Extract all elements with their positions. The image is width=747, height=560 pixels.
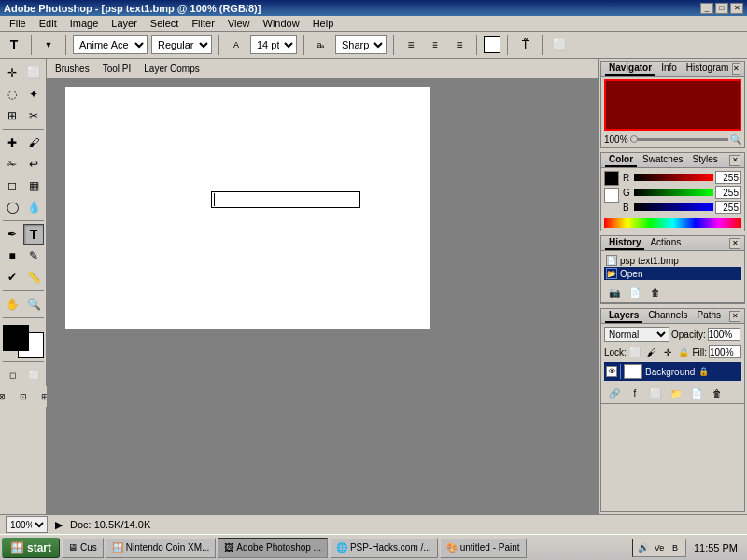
g-value[interactable] [715,186,741,199]
align-right-btn[interactable]: ≡ [449,35,470,55]
color-indicator[interactable] [3,325,44,358]
paths-tab[interactable]: Paths [694,309,726,323]
magic-wand-tool[interactable]: ✦ [23,84,44,105]
add-style-btn[interactable]: f [626,385,644,402]
brush-tool[interactable]: 🖌 [23,133,44,153]
menu-image[interactable]: Image [64,17,105,30]
bg-swatch[interactable] [604,188,619,203]
font-size-select[interactable]: 14 pt [250,35,297,54]
blur-tool[interactable]: 💧 [23,197,44,217]
history-new-state[interactable]: 📄 [626,285,644,301]
b-slider[interactable] [634,203,713,211]
r-slider[interactable] [634,174,713,181]
channels-tab[interactable]: Channels [644,309,691,323]
new-layer-btn[interactable]: 📄 [687,385,706,402]
styles-tab[interactable]: Styles [688,153,721,167]
pen-tool[interactable]: ✒ [2,224,22,245]
dodge-tool[interactable]: ◯ [2,197,22,217]
foreground-color[interactable] [3,325,29,351]
status-arrow[interactable]: ▶ [55,519,63,531]
align-left-btn[interactable]: ≡ [401,35,421,55]
menu-filter[interactable]: Filter [186,17,219,30]
menu-window[interactable]: Window [258,17,305,30]
screen-mode-standard[interactable]: ⊠ [0,386,12,407]
zoom-select[interactable]: 100% [6,516,48,533]
screen-mode-full[interactable]: ⊡ [13,386,34,407]
menu-view[interactable]: View [222,17,256,30]
text-color-swatch[interactable] [484,36,500,53]
taskbar-btn-3[interactable]: 🌐 PSP-Hacks.com /... [330,538,438,558]
delete-layer-btn[interactable]: 🗑 [708,385,726,402]
actions-tab[interactable]: Actions [646,236,684,250]
zoom-thumb[interactable] [630,135,638,143]
move-tool[interactable]: ✛ [2,63,22,83]
measure-tool[interactable]: 📏 [23,267,44,287]
menu-select[interactable]: Select [145,17,185,30]
lock-pixels[interactable]: 🖌 [644,343,658,360]
start-button[interactable]: 🪟 start [2,538,60,558]
menu-help[interactable]: Help [307,17,340,30]
lock-transparent[interactable]: ⬜ [628,343,642,360]
history-brush-tool[interactable]: ↩ [23,154,44,175]
eyedropper-tool[interactable]: ✔ [2,267,22,287]
taskbar-btn-4[interactable]: 🎨 untitled - Paint [440,538,527,558]
text-tool-icon[interactable]: T [4,35,24,55]
info-tab[interactable]: Info [657,62,681,76]
swatches-tab[interactable]: Swatches [639,153,686,167]
healing-tool[interactable]: ✚ [2,133,22,153]
taskbar-btn-0[interactable]: 🖥 Cus [62,538,104,558]
navigator-tab[interactable]: Navigator [605,62,655,76]
eraser-tool[interactable]: ◻ [2,175,22,196]
lock-position[interactable]: ✛ [660,343,674,360]
anti-alias-select[interactable]: Sharp [335,35,387,54]
font-family-select[interactable]: Anime Ace [73,35,148,54]
lasso-tool[interactable]: ◌ [2,84,22,105]
layers-close[interactable]: ✕ [729,311,740,322]
maximize-button[interactable]: □ [715,3,728,14]
layer-mode-select[interactable]: Normal [604,327,669,342]
taskbar-btn-2[interactable]: 🖼 Adobe Photoshop ... [218,538,328,558]
hand-tool[interactable]: ✋ [2,294,22,315]
text-input-area[interactable] [211,191,360,208]
shape-tool[interactable]: ■ [2,245,22,266]
toggle-palette-btn[interactable]: ⬜ [549,35,570,55]
color-close[interactable]: ✕ [729,155,740,166]
layer-comps-tab[interactable]: Layer Comps [141,63,202,75]
menu-layer[interactable]: Layer [106,17,143,30]
navigator-close[interactable]: ✕ [732,63,740,75]
notes-tool[interactable]: ✎ [23,245,44,266]
standard-mode[interactable]: ◻ [2,365,22,385]
marquee-tool[interactable]: ⬜ [23,63,44,83]
slice-tool[interactable]: ✂ [23,105,44,126]
history-new-snap[interactable]: 📷 [605,285,624,301]
history-tab[interactable]: History [605,236,644,250]
zoom-tool[interactable]: 🔍 [23,294,44,315]
align-center-btn[interactable]: ≡ [427,35,444,55]
tool-pi-tab[interactable]: Tool PI [100,63,134,75]
volume-icon[interactable]: 🔊 [637,541,650,554]
color-spectrum[interactable] [604,218,741,228]
fg-swatch[interactable] [604,171,619,186]
warp-text-btn[interactable]: T̃ [514,35,535,55]
history-item-0[interactable]: 📄 psp text1.bmp [604,254,741,267]
taskbar-btn-1[interactable]: 🪟 Nintendo Coin XM... [106,538,217,558]
brushes-tab[interactable]: Brushes [52,63,92,75]
layers-tab[interactable]: Layers [605,309,642,323]
new-group-btn[interactable]: 📁 [667,385,685,402]
g-slider[interactable] [634,189,713,196]
text-tool[interactable]: T [23,224,44,245]
lock-all[interactable]: 🔒 [676,343,690,360]
font-style-select[interactable]: Regular [151,35,212,54]
tool-options-btn[interactable]: ▼ [38,35,59,55]
layer-visibility-toggle[interactable]: 👁 [606,366,617,377]
history-item-1[interactable]: 📂 Open [604,267,741,280]
quick-mask-mode[interactable]: ⬜ [23,365,44,385]
minimize-button[interactable]: _ [700,3,713,14]
menu-file[interactable]: File [4,17,32,30]
histogram-tab[interactable]: Histogram [683,62,733,76]
fill-input[interactable] [709,345,741,358]
close-button[interactable]: ✕ [730,3,743,14]
clone-tool[interactable]: ✁ [2,154,22,175]
link-layers-btn[interactable]: 🔗 [605,385,624,402]
history-delete[interactable]: 🗑 [646,285,665,301]
